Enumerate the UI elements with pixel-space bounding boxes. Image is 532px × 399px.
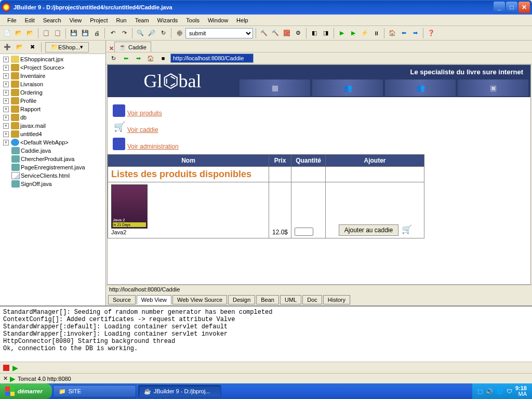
viewtab-web-view[interactable]: Web View <box>137 295 171 304</box>
system-tray[interactable]: ⬚ 🔊 🌐 🛡 9:18 MA <box>472 383 532 399</box>
expand-icon[interactable]: + <box>3 73 9 79</box>
web-view[interactable]: Gl⌬bal Le specialiste du livre sure inte… <box>107 64 531 285</box>
help-icon[interactable]: ❓ <box>426 28 436 38</box>
tree-item[interactable]: +<Project Source> <box>0 63 105 72</box>
browser-forward-icon[interactable]: ➡ <box>133 53 143 63</box>
console-tab-label[interactable]: Tomcat 4.0 http:8080 <box>18 376 71 382</box>
pause-icon[interactable]: ⏸ <box>371 28 381 38</box>
menu-run[interactable]: Run <box>112 16 130 24</box>
print-icon[interactable]: 🖨 <box>91 28 102 38</box>
menu-view[interactable]: View <box>65 16 86 24</box>
expand-icon[interactable]: + <box>3 82 9 87</box>
viewtab-doc[interactable]: Doc <box>302 295 322 304</box>
class2-icon[interactable]: ◨ <box>321 28 331 38</box>
nav-image-2[interactable]: 👥 <box>312 79 383 96</box>
menu-search[interactable]: Search <box>39 16 65 24</box>
build-icon[interactable]: 🧱 <box>282 28 292 38</box>
tree-item[interactable]: +Livraison <box>0 80 105 88</box>
minimize-button[interactable]: _ <box>494 2 505 13</box>
browser-refresh-icon[interactable]: ↻ <box>108 53 118 63</box>
tool-icon[interactable]: ⚙ <box>293 28 303 38</box>
replace-icon[interactable]: 🔎 <box>147 28 157 38</box>
nav-image-3[interactable]: 👥 <box>385 79 456 96</box>
expand-icon[interactable]: + <box>3 140 9 145</box>
editor-tab-caddie[interactable]: ☕ Caddie <box>114 42 151 52</box>
make-icon[interactable]: 🔨 <box>259 28 269 38</box>
tree-item[interactable]: +<Default WebApp> <box>0 138 105 147</box>
expand-icon[interactable]: + <box>3 123 9 129</box>
add-to-cart-button[interactable]: Ajouter au caddie <box>339 224 398 236</box>
tree-item[interactable]: ServiceClients.html <box>0 171 105 180</box>
forward-icon[interactable]: ➡ <box>410 28 420 38</box>
copy-icon[interactable]: 📋 <box>41 28 51 38</box>
menu-team[interactable]: Team <box>131 16 153 24</box>
console-stop-button[interactable] <box>3 365 9 371</box>
combo-target[interactable]: submit <box>185 28 253 38</box>
open-project-icon[interactable]: 📂 <box>15 42 25 52</box>
home-icon[interactable]: 🏠 <box>387 28 397 38</box>
expand-icon[interactable]: + <box>3 98 9 104</box>
paste-icon[interactable]: 📋 <box>52 28 63 38</box>
link-cube[interactable]: Voir produits <box>127 110 162 117</box>
console-run-button[interactable]: ▶ <box>12 364 18 372</box>
taskbar-button[interactable]: 📁SITE <box>53 385 136 397</box>
menu-project[interactable]: Project <box>86 16 112 24</box>
menu-help[interactable]: Help <box>232 16 252 24</box>
menu-edit[interactable]: Edit <box>21 16 39 24</box>
open-icon[interactable]: 📂 <box>14 28 24 38</box>
target-icon[interactable]: 🞋 <box>174 28 184 38</box>
viewtab-history[interactable]: History <box>323 295 350 304</box>
project-tab[interactable]: 📁 EShop... ▾ <box>45 42 89 52</box>
redo-icon[interactable]: ↷ <box>119 28 129 38</box>
tree-item[interactable]: +Rapport <box>0 105 105 113</box>
find-icon[interactable]: 🔍 <box>135 28 145 38</box>
expand-icon[interactable]: + <box>3 115 9 121</box>
nav-image-1[interactable]: ▦ <box>240 79 310 96</box>
tray-icon[interactable]: ⬚ <box>477 388 483 395</box>
run-icon[interactable]: ▶ <box>337 28 347 38</box>
console-output[interactable]: StandardManager[]: Seeding of random num… <box>0 307 532 362</box>
debug-icon[interactable]: ▶̣ <box>348 28 358 38</box>
expand-icon[interactable]: + <box>3 131 9 137</box>
console-close-icon[interactable]: ✕ <box>3 375 8 382</box>
viewtab-design[interactable]: Design <box>228 295 255 304</box>
tree-item[interactable]: +javax.mail <box>0 122 105 130</box>
qty-input[interactable] <box>295 228 313 236</box>
undo-icon[interactable]: ↶ <box>108 28 118 38</box>
tree-item[interactable]: PageEnregistrement.java <box>0 163 105 171</box>
tree-item[interactable]: +Profile <box>0 97 105 105</box>
browser-home-icon[interactable]: 🏠 <box>145 53 156 63</box>
optimize-icon[interactable]: ⚡ <box>360 28 370 38</box>
maximize-button[interactable]: □ <box>506 2 517 13</box>
back-icon[interactable]: ⬅ <box>398 28 409 38</box>
browser-back-icon[interactable]: ⬅ <box>121 53 131 63</box>
start-button[interactable]: démarrer <box>0 383 52 399</box>
tree-item[interactable]: +Ordering <box>0 88 105 97</box>
new-file-icon[interactable]: 📄 <box>2 28 12 38</box>
tree-item[interactable]: Caddie.java <box>0 147 105 155</box>
expand-icon[interactable]: + <box>3 57 9 62</box>
close-project-icon[interactable]: ✖ <box>27 42 37 52</box>
menu-wizards[interactable]: Wizards <box>153 16 182 24</box>
tray-icon[interactable]: 🛡 <box>507 388 512 394</box>
browser-stop-icon[interactable]: ■ <box>158 53 168 63</box>
tree-item[interactable]: SignOff.java <box>0 180 105 188</box>
tray-icon[interactable]: 🔊 <box>486 388 493 395</box>
expand-icon[interactable]: + <box>3 107 9 112</box>
tray-icon[interactable]: 🌐 <box>496 388 503 395</box>
tree-item[interactable]: ChercherProduit.java <box>0 155 105 163</box>
viewtab-bean[interactable]: Bean <box>256 295 279 304</box>
find-again-icon[interactable]: ↻ <box>158 28 168 38</box>
close-button[interactable]: ✕ <box>518 2 530 13</box>
tree-item[interactable]: +Inventaire <box>0 72 105 80</box>
viewtab-web-view-source[interactable]: Web View Source <box>172 295 227 304</box>
reopen-icon[interactable]: 📂 <box>25 28 35 38</box>
rebuild-icon[interactable]: 🔨 <box>270 28 281 38</box>
save-icon[interactable]: 💾 <box>69 28 79 38</box>
save-all-icon[interactable]: 💾 <box>80 28 90 38</box>
tree-item[interactable]: +EShoppincart.jpx <box>0 55 105 63</box>
url-input[interactable] <box>170 54 254 63</box>
expand-icon[interactable]: + <box>3 65 9 71</box>
class-icon[interactable]: ◧ <box>309 28 320 38</box>
close-tab-icon[interactable]: ✕ <box>108 46 114 52</box>
